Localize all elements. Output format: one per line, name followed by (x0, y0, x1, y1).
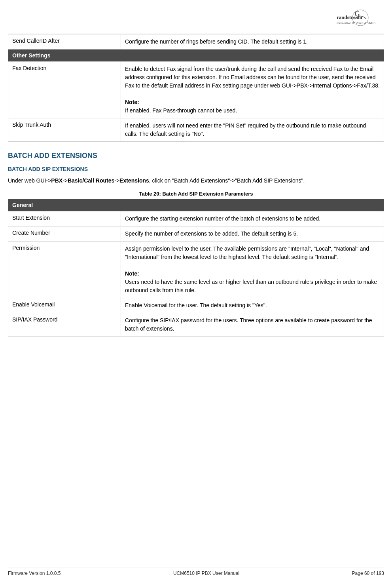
skip-trunk-label: Skip Trunk Auth (8, 118, 121, 142)
permission-text: Assign permission level to the user. The… (125, 245, 369, 260)
permission-row: Permission Assign permission level to th… (8, 242, 384, 298)
body-paragraph: Under web GUI->PBX->Basic/Call Routes->E… (8, 176, 384, 185)
create-number-desc: Specify the number of extensions to be a… (121, 226, 384, 242)
fax-detection-desc: Enable to detect Fax signal from the use… (121, 62, 384, 118)
batch-add-extensions-title: BATCH ADD EXTENSIONS (8, 152, 384, 160)
extensions-bold: Extensions (119, 177, 149, 184)
page-footer: Firmware Version 1.0.0.5 UCM6510 IP PBX … (8, 567, 384, 576)
batch-sip-extensions-title: BATCH ADD SIP EXTENSIONS (8, 166, 384, 172)
other-settings-header: Other Settings (8, 49, 384, 62)
batch-sip-table: General Start Extension Configure the st… (8, 199, 384, 337)
start-extension-row: Start Extension Configure the starting e… (8, 211, 384, 226)
general-header-row: General (8, 199, 384, 211)
permission-desc: Assign permission level to the user. The… (121, 242, 384, 298)
footer-manual: UCM6510 IP PBX User Manual (173, 571, 239, 576)
skip-trunk-row: Skip Trunk Auth If enabled, users will n… (8, 118, 384, 142)
sip-iax-password-row: SIP/IAX Password Configure the SIP/IAX p… (8, 313, 384, 337)
enable-voicemail-label: Enable Voicemail (8, 298, 121, 313)
footer-page: Page 60 of 193 (352, 571, 384, 576)
top-settings-table: Send CallerID After Configure the number… (8, 34, 384, 142)
general-header: General (8, 199, 384, 211)
enable-voicemail-row: Enable Voicemail Enable Voicemail for th… (8, 298, 384, 313)
create-number-row: Create Number Specify the number of exte… (8, 226, 384, 242)
sip-iax-password-desc: Configure the SIP/IAX password for the u… (121, 313, 384, 337)
permission-note-text: Users need to have the same level as or … (125, 279, 377, 293)
permission-note-label: Note: (125, 270, 139, 277)
skip-trunk-desc: If enabled, users will not need enter th… (121, 118, 384, 142)
footer-firmware: Firmware Version 1.0.0.5 (8, 571, 61, 576)
fax-detection-text: Enable to detect Fax signal from the use… (125, 66, 380, 89)
fax-detection-row: Fax Detection Enable to detect Fax signa… (8, 62, 384, 118)
fax-note-label: Note: (125, 99, 139, 105)
create-number-label: Create Number (8, 226, 121, 242)
start-extension-label: Start Extension (8, 211, 121, 226)
svg-text:Innovative IP Voice & Video: Innovative IP Voice & Video (337, 21, 376, 25)
fax-note-text: If enabled, Fax Pass-through cannot be u… (125, 107, 237, 114)
sip-iax-password-label: SIP/IAX Password (8, 313, 121, 337)
page-header: G Innovative IP Voice & Video randstream (8, 4, 384, 34)
pbx-bold: PBX (51, 177, 62, 184)
enable-voicemail-desc: Enable Voicemail for the user. The defau… (121, 298, 384, 313)
other-settings-header-row: Other Settings (8, 49, 384, 62)
fax-detection-label: Fax Detection (8, 62, 121, 118)
svg-text:randstream: randstream (337, 14, 362, 20)
logo: G Innovative IP Voice & Video randstream (305, 8, 376, 32)
table-caption: Table 20: Batch Add SIP Extension Parame… (8, 191, 384, 197)
send-callerid-row: Send CallerID After Configure the number… (8, 34, 384, 49)
start-extension-desc: Configure the starting extension number … (121, 211, 384, 226)
basic-call-bold: Basic/Call Routes (68, 177, 114, 184)
permission-label: Permission (8, 242, 121, 298)
send-callerid-desc: Configure the number of rings before sen… (121, 34, 384, 49)
send-callerid-label: Send CallerID After (8, 34, 121, 49)
